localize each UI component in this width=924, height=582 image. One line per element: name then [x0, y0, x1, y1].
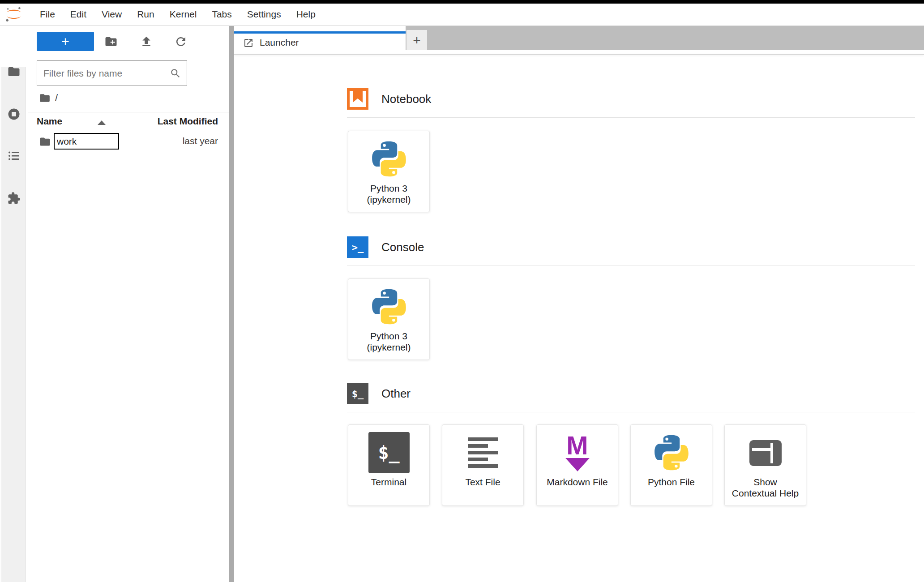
menu-bar: File Edit View Run Kernel Tabs Settings … [0, 4, 924, 26]
folder-icon [39, 136, 51, 148]
tab-launcher[interactable]: Launcher [234, 26, 406, 54]
file-browser-panel: + / Name Last Modified [28, 26, 229, 582]
card-label: Python 3 (ipykernel) [367, 183, 411, 205]
terminal-icon-glyph: $_ [352, 388, 364, 399]
launcher-card-notebook-python3[interactable]: Python 3 (ipykernel) [348, 131, 430, 212]
card-label: Terminal [371, 477, 406, 488]
menu-file[interactable]: File [32, 4, 63, 25]
python-logo-icon [368, 286, 410, 327]
contextual-help-icon [745, 432, 786, 473]
launcher-card-markdown-file[interactable]: M Markdown File [536, 424, 618, 506]
file-row-work[interactable]: last year [28, 132, 229, 152]
notebook-icon [347, 88, 368, 110]
new-folder-icon[interactable] [104, 35, 118, 48]
jupyter-logo-icon [4, 5, 23, 24]
dock-border [234, 54, 924, 55]
filter-files-box [37, 60, 187, 86]
add-tab-button[interactable]: + [406, 30, 427, 50]
menu-items: File Edit View Run Kernel Tabs Settings … [32, 4, 323, 25]
new-launcher-button[interactable]: + [37, 32, 94, 51]
upload-icon[interactable] [140, 35, 153, 48]
panel-splitter[interactable] [229, 26, 234, 582]
console-icon-glyph: >_ [352, 242, 364, 253]
file-listing-header: Name Last Modified [28, 112, 229, 131]
python-logo-icon [368, 138, 410, 180]
text-file-icon [462, 432, 504, 473]
breadcrumb[interactable]: / [39, 92, 58, 104]
file-row-modified: last year [183, 136, 218, 146]
launcher-card-show-contextual-help[interactable]: Show Contextual Help [724, 424, 806, 506]
launcher-card-python-file[interactable]: Python File [630, 424, 712, 506]
card-label: Text File [465, 477, 500, 488]
sidebar-active-highlight [0, 26, 26, 67]
window-top-strip [0, 0, 924, 4]
card-label: Markdown File [547, 477, 608, 488]
extensions-tab-icon[interactable] [7, 192, 21, 205]
sort-ascending-icon[interactable] [98, 120, 106, 125]
active-tab-indicator [234, 31, 406, 34]
card-label: Show Contextual Help [732, 477, 799, 499]
section-divider [347, 412, 915, 412]
running-kernels-tab-icon[interactable] [7, 107, 21, 121]
markdown-arrow-icon [565, 458, 590, 471]
launcher-card-terminal[interactable]: $_ Terminal [348, 424, 430, 506]
terminal-section-icon: $_ [347, 383, 368, 404]
column-separator [118, 112, 118, 131]
refresh-icon[interactable] [174, 35, 188, 48]
launcher-card-console-python3[interactable]: Python 3 (ipykernel) [348, 278, 430, 360]
python-logo-icon [651, 432, 692, 473]
menu-settings[interactable]: Settings [240, 4, 289, 25]
column-header-name[interactable]: Name [37, 116, 62, 127]
rename-file-input[interactable] [54, 133, 119, 150]
launcher-card-text-file[interactable]: Text File [442, 424, 524, 506]
menu-tabs[interactable]: Tabs [204, 4, 239, 25]
home-folder-icon[interactable] [39, 92, 51, 104]
menu-run[interactable]: Run [129, 4, 162, 25]
jupyterlab-window: File Edit View Run Kernel Tabs Settings … [0, 0, 924, 582]
card-label: Python File [648, 477, 695, 488]
launcher-icon [243, 38, 254, 48]
menu-edit[interactable]: Edit [63, 4, 94, 25]
menu-view[interactable]: View [94, 4, 129, 25]
breadcrumb-path: / [55, 92, 58, 104]
card-label: Python 3 (ipykernel) [367, 331, 411, 353]
column-header-last-modified[interactable]: Last Modified [158, 116, 218, 127]
filter-files-input[interactable] [37, 68, 170, 79]
section-divider [347, 117, 915, 118]
menu-help[interactable]: Help [289, 4, 323, 25]
section-title-notebook: Notebook [381, 92, 431, 106]
file-browser-tab-icon[interactable] [7, 65, 21, 78]
table-of-contents-tab-icon[interactable] [7, 149, 21, 163]
terminal-icon: $_ [368, 432, 410, 473]
section-title-console: Console [381, 240, 424, 254]
tab-launcher-label: Launcher [260, 37, 299, 48]
markdown-icon: M [557, 432, 598, 473]
section-divider [347, 265, 915, 265]
search-icon [170, 68, 181, 79]
section-title-other: Other [381, 387, 411, 401]
console-icon: >_ [347, 236, 368, 258]
menu-kernel[interactable]: Kernel [162, 4, 205, 25]
